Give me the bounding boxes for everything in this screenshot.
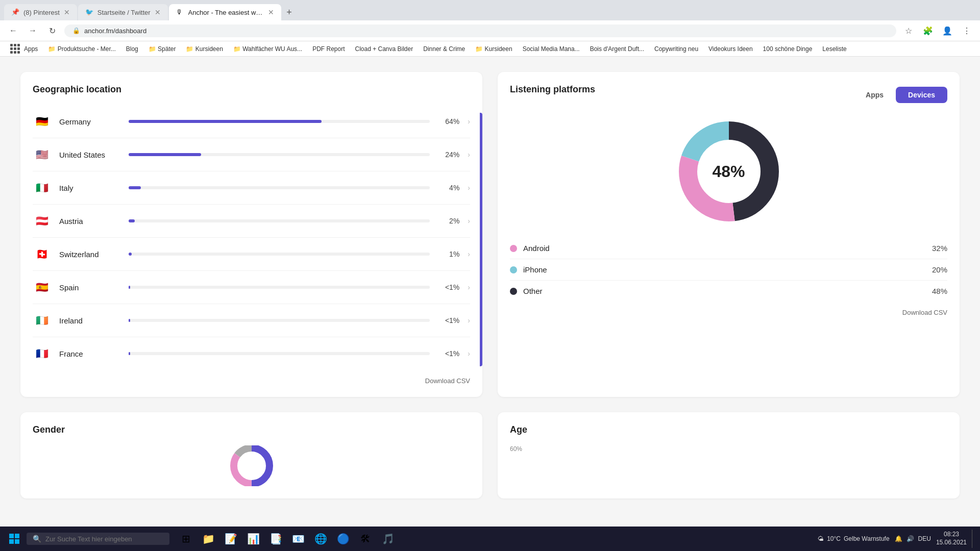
tab-close-pinterest[interactable]: ✕ — [64, 8, 70, 16]
iphone-label: iPhone — [523, 265, 547, 274]
chevron-france: › — [468, 349, 470, 358]
bookmark-label: 📁 Später — [149, 45, 176, 53]
taskbar-word[interactable]: 📝 — [220, 529, 241, 549]
gender-pie-svg — [226, 445, 277, 486]
taskbar-music[interactable]: 🎵 — [378, 529, 398, 549]
geo-row-italy[interactable]: 🇮🇹 Italy 4% › — [33, 171, 470, 205]
search-icon: 🔍 — [33, 535, 41, 543]
forward-button[interactable]: → — [26, 23, 40, 38]
reload-button[interactable]: ↻ — [45, 23, 59, 38]
pct-spain: <1% — [438, 283, 459, 291]
geo-row-germany[interactable]: 🇩🇪 Germany 64% › — [33, 105, 470, 138]
tab-anchor[interactable]: 🎙 Anchor - The easiest way to mai... ✕ — [169, 4, 281, 20]
other-label: Other — [523, 287, 543, 295]
show-desktop-button[interactable] — [972, 530, 976, 548]
other-dot — [510, 288, 517, 295]
bookmark-blog[interactable]: Blog — [122, 44, 142, 54]
iphone-dot — [510, 266, 517, 273]
date-label: 15.06.2021 — [936, 539, 967, 547]
bookmark-dinner[interactable]: Dinner & Crime — [419, 44, 469, 54]
tab-twitter[interactable]: 🐦 Startseite / Twitter ✕ — [78, 4, 168, 20]
bookmark-produktsuche[interactable]: 📁 Produktsuche - Mer... — [44, 44, 119, 54]
bookmark-bois[interactable]: Bois d'Argent Duft... — [586, 44, 648, 54]
bookmark-cload[interactable]: Cload + Canva Bilder — [351, 44, 417, 54]
bottom-grid: Gender Age 60% — [20, 412, 960, 498]
bookmark-später[interactable]: 📁 Später — [144, 44, 180, 54]
bookmark-kursideen1[interactable]: 📁 Kursideen — [182, 44, 227, 54]
tab-pinterest[interactable]: 📌 (8) Pinterest ✕ — [4, 4, 77, 20]
apps-tab-button[interactable]: Apps — [853, 87, 896, 103]
gender-title: Gender — [33, 424, 470, 435]
country-name-switzerland: Switzerland — [59, 250, 120, 259]
page-content: Geographic location 🇩🇪 Germany 64% › 🇺🇸 … — [0, 57, 980, 514]
taskbar-mail[interactable]: 📧 — [288, 529, 308, 549]
bookmark-copy[interactable]: Copywriting neu — [650, 44, 702, 54]
taskbar-powerpoint[interactable]: 📑 — [265, 529, 286, 549]
taskbar-search-box[interactable]: 🔍 — [27, 533, 169, 545]
bookmark-label: PDF Report — [312, 45, 345, 53]
address-bar[interactable]: 🔒 anchor.fm/dashboard — [64, 24, 896, 37]
bookmark-kursideen2[interactable]: 📁 Kursideen — [471, 44, 516, 54]
taskbar-edge[interactable]: 🔵 — [333, 529, 353, 549]
taskbar-right: 🌤 10°C Gelbe Warnstufe 🔔 🔊 DEU 08:23 15.… — [818, 530, 976, 548]
platforms-download-csv[interactable]: Download CSV — [510, 309, 947, 316]
country-name-germany: Germany — [59, 117, 120, 126]
geo-row-spain[interactable]: 🇪🇸 Spain <1% › — [33, 271, 470, 304]
geo-row-france[interactable]: 🇫🇷 France <1% › — [33, 337, 470, 370]
platforms-title: Listening platforms — [510, 84, 595, 95]
devices-tab-button[interactable]: Devices — [896, 87, 947, 103]
geo-row-ireland[interactable]: 🇮🇪 Ireland <1% › — [33, 304, 470, 337]
geo-row-us[interactable]: 🇺🇸 United States 24% › — [33, 138, 470, 171]
pct-austria: 2% — [438, 217, 459, 225]
bar-us — [129, 153, 430, 156]
legend-row-android: Android 32% — [510, 238, 947, 259]
bookmark-100[interactable]: 100 schöne Dinge — [759, 44, 817, 54]
nav-bar: ← → ↻ 🔒 anchor.fm/dashboard ☆ 🧩 👤 ⋮ — [0, 20, 980, 41]
bookmark-label: 📁 Wahlfächer WU Aus... — [233, 45, 302, 53]
tab-label-twitter: Startseite / Twitter — [97, 9, 151, 16]
chevron-germany: › — [468, 117, 470, 126]
language-label: DEU — [918, 535, 931, 542]
bar-switzerland — [129, 253, 430, 256]
legend-left-android: Android — [510, 244, 550, 253]
tab-close-anchor[interactable]: ✕ — [268, 8, 274, 16]
menu-button[interactable]: ⋮ — [960, 23, 974, 38]
svg-rect-8 — [9, 539, 14, 544]
bookmark-pdf[interactable]: PDF Report — [308, 44, 349, 54]
profile-button[interactable]: 👤 — [940, 23, 954, 38]
bookmark-social[interactable]: Social Media Mana... — [519, 44, 584, 54]
bookmark-wahlfächer[interactable]: 📁 Wahlfächer WU Aus... — [229, 44, 306, 54]
taskbar-taskview[interactable]: ⊞ — [176, 529, 196, 549]
windows-icon — [9, 534, 19, 544]
bookmark-videokurs[interactable]: Videokurs Ideen — [704, 44, 757, 54]
chevron-italy: › — [468, 184, 470, 192]
bookmark-label: Social Media Mana... — [523, 45, 580, 53]
browser-chrome: 📌 (8) Pinterest ✕ 🐦 Startseite / Twitter… — [0, 0, 980, 57]
bookmark-label: 📁 Kursideen — [475, 45, 512, 53]
bookmark-apps[interactable]: Apps — [6, 43, 42, 55]
bookmarks-star[interactable]: ☆ — [901, 23, 916, 38]
volume-icon: 🔊 — [906, 535, 914, 542]
taskbar-excel[interactable]: 📊 — [243, 529, 263, 549]
geo-row-austria[interactable]: 🇦🇹 Austria 2% › — [33, 205, 470, 238]
bookmark-label: Copywriting neu — [654, 45, 698, 53]
taskbar-search-input[interactable] — [45, 535, 148, 543]
start-button[interactable] — [4, 529, 24, 549]
bookmark-leseliste[interactable]: Leseliste — [818, 44, 850, 54]
gender-chart — [33, 445, 470, 486]
new-tab-button[interactable]: + — [282, 5, 297, 19]
extensions-button[interactable]: 🧩 — [921, 23, 935, 38]
taskbar-filemanager[interactable]: 📁 — [198, 529, 218, 549]
geo-row-switzerland[interactable]: 🇨🇭 Switzerland 1% › — [33, 238, 470, 271]
bookmark-label: Cload + Canva Bilder — [355, 45, 413, 53]
weather-icon: 🌤 — [818, 535, 824, 542]
back-button[interactable]: ← — [6, 23, 20, 38]
taskbar-tools[interactable]: 🛠 — [355, 529, 376, 549]
taskbar-browser[interactable]: 🌐 — [310, 529, 331, 549]
bookmark-label: Bois d'Argent Duft... — [590, 45, 644, 53]
country-name-ireland: Ireland — [59, 316, 120, 325]
geo-download-csv[interactable]: Download CSV — [33, 377, 470, 385]
tab-close-twitter[interactable]: ✕ — [155, 8, 161, 16]
address-text: anchor.fm/dashboard — [84, 27, 146, 35]
vertical-divider — [480, 113, 482, 366]
